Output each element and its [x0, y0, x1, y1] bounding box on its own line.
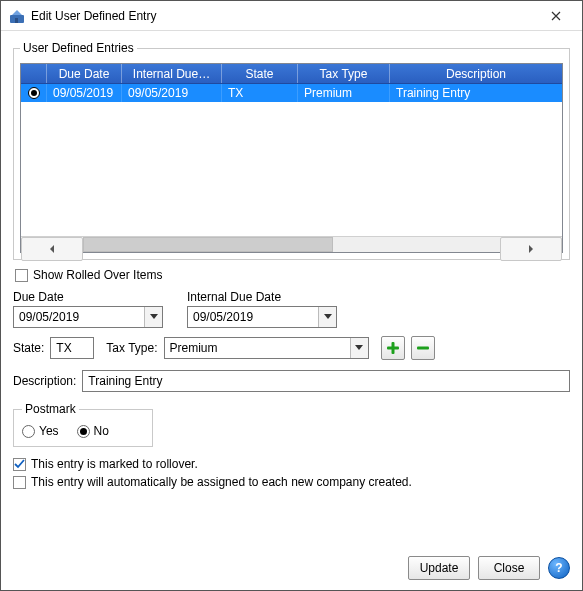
tax-type-value: Premium: [165, 338, 350, 358]
help-icon: ?: [555, 561, 562, 575]
auto-assign-checkbox[interactable]: [13, 476, 26, 489]
cell-description: Training Entry: [390, 84, 562, 102]
due-date-label: Due Date: [13, 290, 163, 304]
scroll-right-button[interactable]: [500, 237, 562, 261]
chevron-down-icon[interactable]: [144, 307, 162, 327]
minus-icon: [416, 341, 430, 355]
postmark-no-radio[interactable]: No: [77, 424, 109, 438]
radio-icon: [77, 425, 90, 438]
remove-button[interactable]: [411, 336, 435, 360]
auto-assign-label: This entry will automatically be assigne…: [31, 475, 412, 489]
chevron-down-icon[interactable]: [350, 338, 368, 358]
description-value: Training Entry: [88, 374, 162, 388]
table-row[interactable]: 09/05/2019 09/05/2019 TX Premium Trainin…: [21, 84, 562, 102]
internal-due-date-field: Internal Due Date 09/05/2019: [187, 290, 337, 328]
postmark-no-label: No: [94, 424, 109, 438]
grid-body: 09/05/2019 09/05/2019 TX Premium Trainin…: [21, 84, 562, 236]
row-selector[interactable]: [21, 84, 47, 102]
window-close-button[interactable]: [536, 2, 576, 30]
col-tax-type[interactable]: Tax Type: [298, 64, 390, 83]
tax-type-label: Tax Type:: [106, 341, 157, 355]
close-button-label: Close: [494, 561, 525, 575]
help-button[interactable]: ?: [548, 557, 570, 579]
update-button[interactable]: Update: [408, 556, 470, 580]
cell-internal-due: 09/05/2019: [122, 84, 222, 102]
col-internal-due[interactable]: Internal Due…: [122, 64, 222, 83]
add-button[interactable]: [381, 336, 405, 360]
update-button-label: Update: [420, 561, 459, 575]
description-input[interactable]: Training Entry: [82, 370, 570, 392]
rollover-row: This entry is marked to rollover.: [13, 457, 570, 471]
description-row: Description: Training Entry: [13, 370, 570, 392]
postmark-yes-label: Yes: [39, 424, 59, 438]
user-defined-entries-legend: User Defined Entries: [20, 41, 137, 55]
cell-due-date: 09/05/2019: [47, 84, 122, 102]
scroll-thumb[interactable]: [83, 237, 333, 252]
internal-due-date-value: 09/05/2019: [188, 307, 318, 327]
due-date-datepicker[interactable]: 09/05/2019: [13, 306, 163, 328]
row-radio-icon: [28, 87, 40, 99]
grid-horizontal-scrollbar[interactable]: [21, 236, 562, 252]
user-defined-entries-group: User Defined Entries Due Date Internal D…: [13, 41, 570, 260]
app-icon: [9, 8, 25, 24]
col-due-date[interactable]: Due Date: [47, 64, 122, 83]
content: User Defined Entries Due Date Internal D…: [1, 31, 582, 591]
due-date-value: 09/05/2019: [14, 307, 144, 327]
cell-tax-type: Premium: [298, 84, 390, 102]
show-rolled-over-label: Show Rolled Over Items: [33, 268, 162, 282]
svg-rect-4: [417, 347, 429, 350]
bottom-checks: This entry is marked to rollover. This e…: [13, 457, 570, 489]
state-label: State:: [13, 341, 44, 355]
internal-due-date-label: Internal Due Date: [187, 290, 337, 304]
svg-rect-1: [15, 18, 18, 23]
postmark-yes-radio[interactable]: Yes: [22, 424, 59, 438]
internal-due-date-datepicker[interactable]: 09/05/2019: [187, 306, 337, 328]
cell-state: TX: [222, 84, 298, 102]
rollover-label: This entry is marked to rollover.: [31, 457, 198, 471]
state-input[interactable]: TX: [50, 337, 94, 359]
scroll-left-button[interactable]: [21, 237, 83, 261]
plus-icon: [386, 341, 400, 355]
radio-icon: [22, 425, 35, 438]
postmark-legend: Postmark: [22, 402, 79, 416]
tax-type-select[interactable]: Premium: [164, 337, 369, 359]
description-label: Description:: [13, 374, 76, 388]
grid-header: Due Date Internal Due… State Tax Type De…: [21, 64, 562, 84]
col-selector[interactable]: [21, 64, 47, 83]
show-rolled-over-checkbox[interactable]: [15, 269, 28, 282]
chevron-down-icon[interactable]: [318, 307, 336, 327]
window-title: Edit User Defined Entry: [31, 9, 536, 23]
footer: Update Close ?: [13, 556, 570, 580]
auto-assign-row: This entry will automatically be assigne…: [13, 475, 570, 489]
titlebar: Edit User Defined Entry: [1, 1, 582, 31]
due-date-field: Due Date 09/05/2019: [13, 290, 163, 328]
postmark-group: Postmark Yes No: [13, 402, 153, 447]
svg-rect-3: [387, 347, 399, 350]
rollover-checkbox[interactable]: [13, 458, 26, 471]
scroll-track[interactable]: [83, 237, 500, 252]
show-rolled-over-row: Show Rolled Over Items: [15, 268, 570, 282]
entries-grid[interactable]: Due Date Internal Due… State Tax Type De…: [20, 63, 563, 253]
close-button[interactable]: Close: [478, 556, 540, 580]
postmark-radios: Yes No: [22, 424, 144, 438]
col-description[interactable]: Description: [390, 64, 562, 83]
state-value: TX: [56, 341, 71, 355]
col-state[interactable]: State: [222, 64, 298, 83]
date-fields-row: Due Date 09/05/2019 Internal Due Date 09…: [13, 290, 570, 328]
state-tax-row: State: TX Tax Type: Premium: [13, 336, 570, 360]
